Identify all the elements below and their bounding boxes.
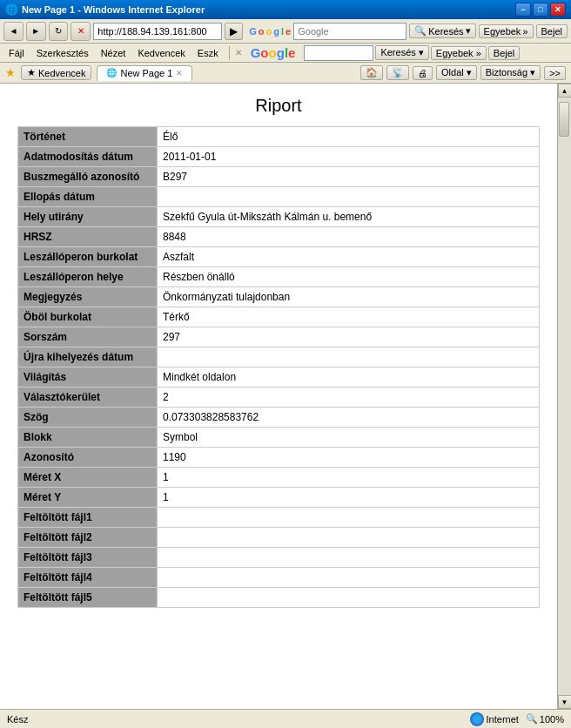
row-label: Világítás — [18, 367, 158, 388]
table-row: Újra kihelyezés dátum — [18, 347, 540, 367]
table-row: Feltöltött fájl3 — [18, 548, 540, 568]
row-label: Feltöltött fájl1 — [18, 508, 158, 528]
browser-icon: 🌐 — [5, 3, 18, 16]
search-input[interactable] — [293, 23, 406, 40]
row-value — [158, 187, 540, 207]
back-button[interactable]: ◄ — [3, 22, 24, 41]
favorites-icon: ★ — [27, 67, 36, 78]
row-value — [158, 508, 540, 528]
menu-view[interactable]: Nézet — [96, 46, 131, 60]
close-button[interactable]: ✕ — [550, 3, 566, 17]
feed-button[interactable]: 📡 — [386, 65, 409, 80]
row-value: 297 — [158, 327, 540, 347]
report-title: Riport — [17, 96, 540, 116]
table-row: Méret X1 — [18, 468, 540, 488]
table-row: Feltöltött fájl2 — [18, 528, 540, 548]
login-button[interactable]: Bejel — [536, 24, 568, 38]
address-bar: ◄ ► ↻ ✕ ▶ Google 🔍 Keresés ▾ Egyebek » B… — [0, 19, 571, 44]
table-row: Feltöltött fájl1 — [18, 508, 540, 528]
menu-tools[interactable]: Eszk — [192, 46, 224, 60]
table-row: HRSZ8848 — [18, 227, 540, 247]
row-value: 0.073303828583762 — [158, 408, 540, 428]
row-label: Méret X — [18, 468, 158, 488]
status-zoom: 🔍 100% — [526, 713, 564, 725]
row-value: Szekfű Gyula út-Mikszáth Kálmán u. bemen… — [158, 207, 540, 227]
row-value: Aszfalt — [158, 247, 540, 267]
safety-button[interactable]: Biztonság ▾ — [480, 65, 541, 80]
menu-file[interactable]: Fájl — [3, 46, 30, 60]
tab-close-icon[interactable]: ✕ — [235, 48, 242, 57]
row-label: Feltöltött fájl2 — [18, 528, 158, 548]
browser-content: Riport TörténetÉlőAdatmodosítás dátum201… — [0, 84, 571, 709]
scroll-track[interactable] — [558, 98, 571, 695]
status-bar: Kész 🌐 Internet 🔍 100% — [0, 709, 571, 728]
favorites-button[interactable]: ★ Kedvencek — [21, 65, 91, 80]
forward-button[interactable]: ► — [26, 22, 46, 41]
row-label: Sorszám — [18, 327, 158, 347]
scroll-up-button[interactable]: ▲ — [558, 84, 572, 98]
home-button[interactable]: 🏠 — [360, 65, 383, 80]
row-value: Részben önálló — [158, 267, 540, 287]
search-icon: 🔍 — [414, 25, 427, 37]
stop-button[interactable]: ✕ — [71, 22, 91, 41]
table-row: Adatmodosítás dátum2011-01-01 — [18, 147, 540, 167]
table-row: Szög0.073303828583762 — [18, 408, 540, 428]
row-label: Buszmegálló azonosító — [18, 167, 158, 187]
row-value — [158, 528, 540, 548]
address-input[interactable] — [93, 23, 222, 40]
favorites-star-icon: ★ — [5, 66, 16, 79]
row-value: 1190 — [158, 448, 540, 468]
row-label: Hely utirány — [18, 207, 158, 227]
menu-favorites[interactable]: Kedvencek — [132, 46, 190, 60]
print-button[interactable]: 🖨 — [413, 66, 433, 80]
refresh-button[interactable]: ↻ — [49, 22, 69, 41]
scrollbar[interactable]: ▲ ▼ — [557, 84, 571, 709]
table-row: Feltöltött fájl5 — [18, 588, 540, 608]
row-value — [158, 568, 540, 588]
row-value — [158, 588, 540, 608]
page-button[interactable]: Oldal ▾ — [436, 65, 477, 80]
browser-tab[interactable]: 🌐 New Page 1 ✕ — [97, 65, 192, 81]
row-label: HRSZ — [18, 227, 158, 247]
go-button[interactable]: ▶ — [225, 23, 243, 40]
search-button[interactable]: 🔍 Keresés ▾ — [409, 24, 475, 38]
row-value: 2 — [158, 388, 540, 408]
row-value: Symbol — [158, 428, 540, 448]
google-others-btn[interactable]: Egyebek » — [431, 46, 487, 60]
table-row: Sorszám297 — [18, 327, 540, 347]
window-controls: − □ ✕ — [515, 3, 566, 17]
dropdown-icon: ▾ — [466, 25, 471, 37]
table-row: Leszállóperon helyeRészben önálló — [18, 267, 540, 287]
row-value — [158, 347, 540, 367]
table-row: Leszállóperon burkolatAszfalt — [18, 247, 540, 267]
menu-separator — [229, 46, 230, 60]
google-search-input[interactable] — [304, 45, 373, 61]
minimize-button[interactable]: − — [515, 3, 531, 17]
row-label: Leszállóperon helye — [18, 267, 158, 287]
row-value: Élő — [158, 127, 540, 147]
row-label: Azonosító — [18, 448, 158, 468]
expand-icon: » — [522, 26, 527, 37]
google-login-btn[interactable]: Bejel — [488, 46, 520, 60]
row-value: 8848 — [158, 227, 540, 247]
others-button[interactable]: Egyebek » — [479, 24, 534, 38]
row-label: Feltöltött fájl5 — [18, 588, 158, 608]
table-row: Feltöltött fájl4 — [18, 568, 540, 588]
tab-close-button[interactable]: ✕ — [176, 69, 183, 78]
table-row: Méret Y1 — [18, 488, 540, 508]
row-label: Blokk — [18, 428, 158, 448]
scroll-down-button[interactable]: ▼ — [558, 695, 572, 709]
scroll-thumb[interactable] — [559, 102, 569, 137]
menu-edit[interactable]: Szerkesztés — [31, 46, 94, 60]
expand-button[interactable]: >> — [544, 66, 566, 80]
page-content: Riport TörténetÉlőAdatmodosítás dátum201… — [0, 84, 557, 709]
google-search-btn[interactable]: Keresés ▾ — [375, 45, 428, 60]
row-value: 2011-01-01 — [158, 147, 540, 167]
row-value: 1 — [158, 468, 540, 488]
table-row: Választókerület2 — [18, 388, 540, 408]
row-label: Ellopás dátum — [18, 187, 158, 207]
row-value: Térkő — [158, 307, 540, 327]
row-label: Adatmodosítás dátum — [18, 147, 158, 167]
maximize-button[interactable]: □ — [533, 3, 548, 17]
table-row: MegjegyzésÖnkormányzati tulajdonban — [18, 287, 540, 307]
